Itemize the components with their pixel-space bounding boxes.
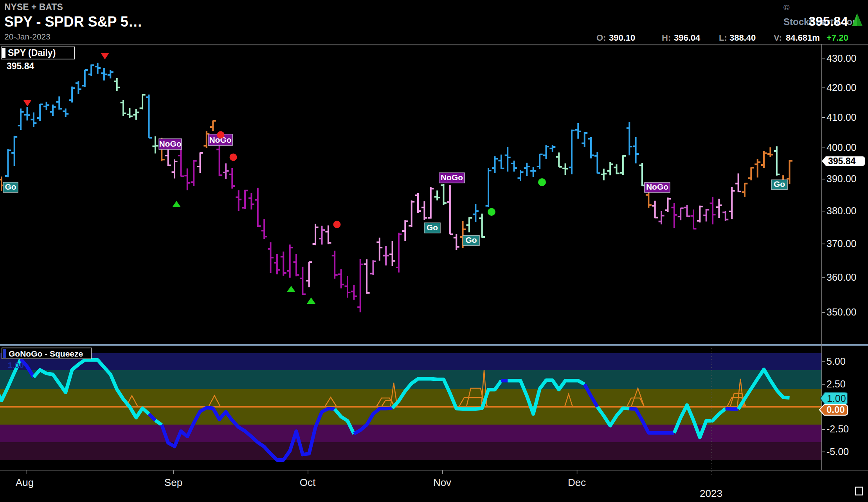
svg-text:-5.00: -5.00: [827, 446, 849, 457]
svg-text:430.00: 430.00: [827, 53, 856, 64]
svg-text:GoNoGo - Squeeze: GoNoGo - Squeeze: [9, 349, 83, 358]
svg-text:NoGo: NoGo: [159, 139, 181, 148]
svg-text:395.84: 395.84: [809, 14, 848, 29]
svg-text:Oct: Oct: [300, 477, 316, 488]
svg-text:V:: V:: [774, 33, 782, 43]
svg-text:SPY (Daily): SPY (Daily): [8, 48, 56, 58]
svg-text:NYSE + BATS: NYSE + BATS: [4, 2, 63, 12]
svg-text:5.00: 5.00: [827, 356, 846, 367]
svg-text:H:: H:: [662, 33, 671, 43]
svg-text:395.84: 395.84: [7, 61, 34, 71]
svg-text:388.40: 388.40: [729, 33, 756, 43]
svg-text:1.00: 1.00: [8, 360, 24, 369]
svg-text:395.84: 395.84: [828, 156, 856, 166]
svg-text:1.00: 1.00: [827, 393, 846, 404]
svg-text:400.00: 400.00: [827, 142, 856, 153]
svg-text:O:: O:: [596, 33, 606, 43]
svg-text:+7.20: +7.20: [827, 33, 848, 43]
svg-text:396.04: 396.04: [674, 33, 701, 43]
svg-text:NoGo: NoGo: [441, 173, 463, 182]
svg-text:370.00: 370.00: [827, 238, 856, 249]
svg-text:L:: L:: [719, 33, 727, 43]
svg-text:20-Jan-2023: 20-Jan-2023: [4, 32, 50, 41]
svg-text:Go: Go: [5, 182, 16, 191]
svg-text:0.00: 0.00: [827, 404, 845, 415]
svg-text:390.00: 390.00: [827, 173, 856, 184]
svg-text:Sep: Sep: [164, 477, 182, 488]
svg-text:NoGo: NoGo: [646, 182, 668, 191]
svg-text:360.00: 360.00: [827, 272, 856, 283]
svg-text:350.00: 350.00: [827, 307, 856, 317]
svg-text:Go: Go: [465, 235, 477, 244]
svg-text:Go: Go: [427, 223, 438, 232]
svg-text:SPY - SPDR S&P 5…: SPY - SPDR S&P 5…: [4, 14, 142, 30]
svg-text:Go: Go: [774, 179, 785, 188]
svg-text:420.00: 420.00: [827, 82, 856, 93]
svg-text:2.50: 2.50: [827, 378, 846, 389]
svg-text:2023: 2023: [700, 488, 722, 499]
svg-text:©: ©: [783, 3, 790, 12]
svg-text:Dec: Dec: [568, 477, 586, 488]
svg-text:390.10: 390.10: [609, 33, 635, 43]
svg-text:-2.50: -2.50: [827, 423, 849, 434]
svg-text:380.00: 380.00: [827, 205, 856, 216]
svg-text:Aug: Aug: [16, 477, 34, 488]
svg-text:410.00: 410.00: [827, 112, 856, 123]
svg-text:Nov: Nov: [433, 477, 451, 488]
svg-text:84.681m: 84.681m: [786, 33, 820, 43]
